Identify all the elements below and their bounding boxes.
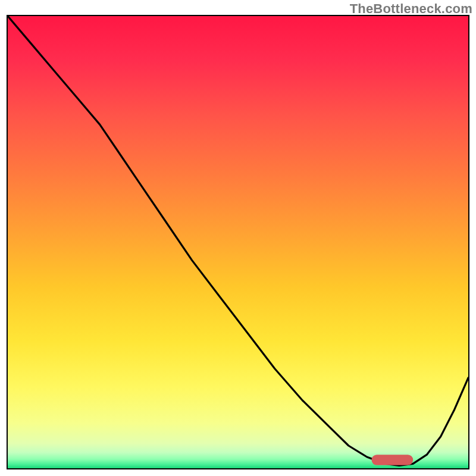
- watermark-text: TheBottleneck.com: [350, 1, 472, 17]
- chart-plot-area: [7, 15, 469, 469]
- valley-marker: [372, 455, 414, 465]
- gradient-background: [8, 16, 468, 468]
- chart-svg: [8, 16, 468, 468]
